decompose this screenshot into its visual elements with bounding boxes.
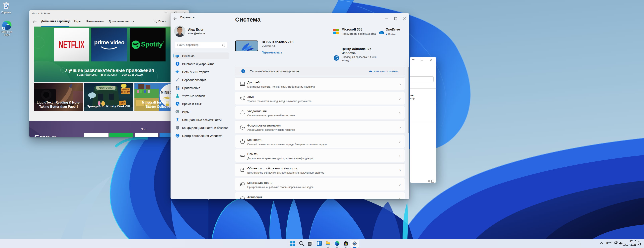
svg-text:KRUSTY: KRUSTY bbox=[122, 89, 129, 91]
svg-text:ALWAYS OPEN: ALWAYS OPEN bbox=[99, 87, 113, 89]
svg-text:COOK-OFF: COOK-OFF bbox=[121, 91, 130, 93]
